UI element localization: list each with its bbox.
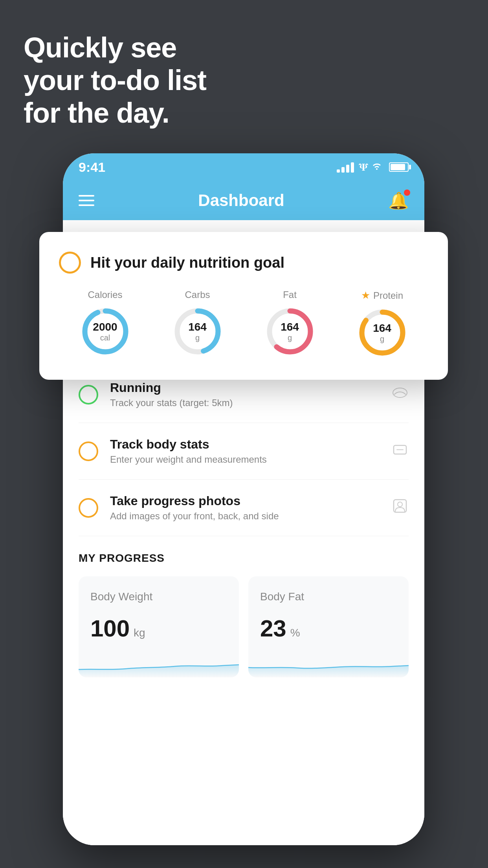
status-time: 9:41 [79, 160, 105, 175]
macro-calories-unit: cal [93, 333, 117, 342]
body-fat-value: 23 % [260, 615, 397, 642]
nutrition-card: Hit your daily nutrition goal Calories 2… [39, 232, 448, 380]
notification-dot [404, 189, 410, 196]
macro-fat-unit: g [281, 333, 299, 342]
todo-item-body-stats[interactable]: Track body stats Enter your weight and m… [79, 423, 409, 480]
wifi-icon: 𝚿 [359, 161, 383, 173]
macro-fat-label: Fat [283, 289, 297, 300]
nutrition-macros: Calories 2000 cal Carbs [59, 289, 428, 358]
progress-section-title: MY PROGRESS [79, 552, 409, 565]
todo-subtitle-running: Track your stats (target: 5km) [110, 397, 380, 408]
nav-title: Dashboard [198, 191, 284, 210]
macro-protein-value: 164 [373, 322, 391, 335]
progress-cards: Body Weight 100 kg [79, 576, 409, 677]
status-icons: 𝚿 [337, 161, 409, 173]
todo-item-photos[interactable]: Take progress photos Add images of your … [79, 480, 409, 536]
todo-title-photos: Take progress photos [110, 494, 380, 508]
macro-carbs-value: 164 [188, 321, 207, 333]
body-weight-number: 100 [90, 615, 130, 642]
macro-fat-circle: 164 g [264, 306, 316, 357]
macro-calories-label: Calories [88, 289, 122, 300]
macro-carbs-label: Carbs [185, 289, 210, 300]
nutrition-card-header: Hit your daily nutrition goal [59, 252, 428, 274]
body-fat-number: 23 [260, 615, 286, 642]
macro-protein-unit: g [373, 335, 391, 344]
svg-point-4 [398, 502, 402, 507]
hero-line-2: your to-do list [24, 64, 206, 97]
todo-circle-photos [79, 498, 98, 518]
macro-calories-circle: 2000 cal [80, 306, 131, 357]
todo-text-photos: Take progress photos Add images of your … [110, 494, 380, 522]
body-fat-chart [248, 654, 409, 677]
progress-section: MY PROGRESS Body Weight 100 kg [63, 536, 424, 693]
svg-point-0 [393, 388, 407, 397]
macro-fat: Fat 164 g [264, 289, 316, 357]
body-fat-card[interactable]: Body Fat 23 % [248, 576, 409, 677]
macro-carbs-unit: g [188, 333, 207, 342]
macro-carbs-circle: 164 g [172, 306, 223, 357]
hero-text: Quickly see your to-do list for the day. [24, 31, 206, 129]
todo-list: Running Track your stats (target: 5km) [63, 366, 424, 536]
todo-text-body-stats: Track body stats Enter your weight and m… [110, 437, 380, 465]
nutrition-check-circle [59, 252, 81, 274]
status-bar: 9:41 𝚿 [63, 153, 424, 181]
body-weight-title: Body Weight [90, 590, 227, 603]
todo-subtitle-body-stats: Enter your weight and measurements [110, 454, 380, 465]
todo-circle-body-stats [79, 441, 98, 461]
macro-calories: Calories 2000 cal [80, 289, 131, 357]
body-fat-title: Body Fat [260, 590, 397, 603]
bell-icon[interactable]: 🔔 [388, 191, 409, 210]
todo-subtitle-photos: Add images of your front, back, and side [110, 511, 380, 522]
person-icon [391, 497, 409, 518]
hero-line-3: for the day. [24, 97, 206, 129]
todo-title-running: Running [110, 381, 380, 395]
running-icon [391, 384, 409, 405]
todo-text-running: Running Track your stats (target: 5km) [110, 381, 380, 408]
macro-protein-label: ★ Protein [361, 289, 403, 302]
nutrition-card-title: Hit your daily nutrition goal [90, 254, 284, 271]
body-weight-chart [79, 654, 239, 677]
body-weight-value: 100 kg [90, 615, 227, 642]
todo-circle-running [79, 385, 98, 405]
nav-bar: Dashboard 🔔 [63, 181, 424, 220]
body-weight-card[interactable]: Body Weight 100 kg [79, 576, 239, 677]
hamburger-menu[interactable] [79, 195, 94, 206]
battery-icon [389, 162, 409, 172]
body-fat-unit: % [290, 627, 300, 639]
hero-line-1: Quickly see [24, 31, 206, 64]
macro-protein-circle: 164 g [357, 307, 408, 358]
macro-protein: ★ Protein 164 g [357, 289, 408, 358]
star-icon: ★ [361, 289, 370, 302]
macro-carbs: Carbs 164 g [172, 289, 223, 357]
macro-calories-value: 2000 [93, 321, 117, 333]
body-weight-unit: kg [134, 627, 145, 639]
scale-icon [391, 441, 409, 462]
macro-fat-value: 164 [281, 321, 299, 333]
signal-icon [337, 162, 354, 173]
todo-title-body-stats: Track body stats [110, 437, 380, 452]
